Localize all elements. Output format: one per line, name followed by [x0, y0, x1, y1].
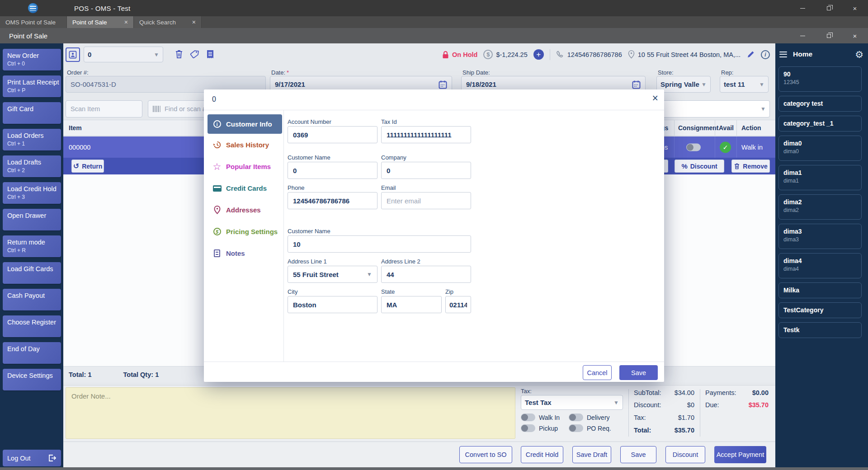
- modal-tab-addresses[interactable]: Addresses: [208, 204, 282, 216]
- order-note-textarea[interactable]: [66, 387, 515, 439]
- email-input[interactable]: [381, 192, 471, 209]
- tab-quick-search[interactable]: Quick Search ×: [134, 16, 202, 28]
- inner-close-button[interactable]: ×: [842, 28, 868, 43]
- consignment-toggle[interactable]: [686, 143, 701, 151]
- tax-id-input[interactable]: [381, 126, 471, 143]
- tab-close-icon[interactable]: ×: [116, 19, 128, 26]
- modal-cancel-button[interactable]: Cancel: [583, 365, 612, 380]
- po-req-toggle[interactable]: PO Req.: [569, 424, 611, 432]
- modal-tab-sales-history[interactable]: Sales History: [208, 139, 282, 151]
- customer-name-input[interactable]: [288, 162, 377, 179]
- sidebar-button-load-drafts[interactable]: Load Drafts Ctrl + 2: [3, 155, 61, 177]
- sidebar-button-cash-payout[interactable]: Cash Payout: [3, 289, 61, 310]
- sidebar-button-end-of-day[interactable]: End of Day: [3, 342, 61, 364]
- category-card[interactable]: dima3 dima3: [778, 224, 862, 249]
- modal-tab-pricing-settings[interactable]: $ Pricing Settings: [208, 226, 282, 238]
- tag-button[interactable]: [190, 50, 200, 59]
- modal-tab-credit-cards[interactable]: Credit Cards: [208, 182, 282, 194]
- category-card[interactable]: category test: [778, 96, 862, 112]
- account-number-input[interactable]: [288, 126, 377, 143]
- edit-customer-button[interactable]: [746, 50, 755, 59]
- sidebar-button-load-gift-cards[interactable]: Load Gift Cards: [3, 262, 61, 284]
- discount-row-button[interactable]: % Discount: [675, 160, 724, 173]
- state-input[interactable]: [381, 296, 442, 313]
- address-line2-input[interactable]: [381, 266, 471, 283]
- add-balance-button[interactable]: +: [533, 49, 544, 60]
- hamburger-menu-icon[interactable]: [779, 52, 787, 57]
- gear-icon[interactable]: ⚙: [855, 50, 863, 59]
- calendar-icon[interactable]: [632, 80, 641, 89]
- customer-name2-input[interactable]: [288, 235, 471, 253]
- phone-input[interactable]: [288, 192, 377, 209]
- convert-to-so-button[interactable]: Convert to SO: [459, 446, 512, 463]
- save-draft-button[interactable]: Save Draft: [572, 446, 611, 463]
- category-card[interactable]: dima2 dima2: [778, 194, 862, 220]
- category-card[interactable]: dima1 dima1: [778, 165, 862, 190]
- category-card[interactable]: category_test _1: [778, 116, 862, 132]
- company-input[interactable]: [381, 162, 471, 179]
- category-card[interactable]: Milka: [778, 282, 862, 298]
- category-card[interactable]: dima4 dima4: [778, 253, 862, 278]
- inner-minimize-button[interactable]: [789, 28, 816, 43]
- delivery-toggle[interactable]: Delivery: [569, 414, 610, 421]
- delete-order-button[interactable]: [175, 49, 184, 59]
- column-header-avail: Avail: [719, 124, 734, 132]
- address-line2-label: Address Line 2: [381, 258, 420, 265]
- modal-tab-popular-items[interactable]: ☆ Popular Items: [208, 160, 282, 173]
- logout-button[interactable]: Log Out: [3, 450, 61, 466]
- accept-payment-button[interactable]: Accept Payment: [714, 446, 766, 463]
- sidebar-button-return-mode[interactable]: Return mode Ctrl + R: [3, 235, 61, 257]
- modal-tab-notes[interactable]: Notes: [208, 247, 282, 259]
- return-icon: ↺: [73, 162, 79, 170]
- return-button[interactable]: ↺ Return: [71, 160, 104, 173]
- customer-card-button[interactable]: [66, 47, 80, 62]
- category-card[interactable]: dima0 dima0: [778, 136, 862, 161]
- sidebar-button-gift-card[interactable]: Gift Card: [3, 102, 61, 124]
- sidebar-button-load-credit-hold[interactable]: Load Credit Hold Ctrl + 3: [3, 182, 61, 204]
- tab-point-of-sale[interactable]: Point of Sale ×: [67, 16, 134, 28]
- category-card[interactable]: TestCategory: [778, 302, 862, 318]
- scan-item-input[interactable]: [66, 100, 142, 118]
- tax-select[interactable]: Test Tax ▼: [521, 395, 623, 410]
- category-card[interactable]: 90 12345: [778, 66, 862, 92]
- window-restore-button[interactable]: [816, 0, 842, 16]
- sidebar-button-device-settings[interactable]: Device Settings: [3, 369, 61, 390]
- location-pin-icon: [628, 50, 635, 59]
- customer-select[interactable]: 0 ▼: [84, 47, 163, 62]
- category-card[interactable]: Testk: [778, 322, 862, 338]
- modal-tab-customer-info[interactable]: i Customer Info: [208, 114, 282, 134]
- walk-in-toggle[interactable]: Walk In: [521, 414, 560, 421]
- credit-hold-button[interactable]: Credit Hold: [521, 446, 563, 463]
- total-count: Total: 1: [69, 371, 92, 378]
- inner-restore-button[interactable]: [816, 28, 842, 43]
- tab-close-icon[interactable]: ×: [184, 19, 196, 26]
- customer-edit-modal: 0 × i Customer Info Sales History ☆: [204, 89, 664, 382]
- sidebar-button-print-last-receipt[interactable]: Print Last Receipt Ctrl + P: [3, 75, 61, 97]
- address-line1-select[interactable]: 55 Fruit Street ▼: [288, 266, 377, 283]
- store-select[interactable]: Spring Valle ▼: [656, 76, 711, 93]
- window-close-button[interactable]: ×: [842, 0, 868, 16]
- discount-button[interactable]: Discount: [665, 446, 705, 463]
- order-status-bar: On Hold $ $-1,224.25 + 124546786786786: [442, 47, 770, 62]
- sidebar-button-choose-register[interactable]: Choose Register: [3, 315, 61, 337]
- zip-input[interactable]: [445, 296, 471, 313]
- rep-select[interactable]: test 11 ▼: [720, 76, 769, 93]
- sidebar-button-load-orders[interactable]: Load Orders Ctrl + 1: [3, 129, 61, 150]
- tab-oms-point-of-sale[interactable]: OMS Point of Sale: [0, 16, 67, 28]
- window-minimize-button[interactable]: [789, 0, 816, 16]
- dollar-circle-icon: $: [483, 50, 493, 59]
- save-order-button[interactable]: Save: [620, 446, 656, 463]
- remove-row-button[interactable]: Remove: [731, 160, 770, 173]
- calendar-icon[interactable]: [439, 80, 447, 89]
- city-input[interactable]: [288, 296, 377, 313]
- receipt-button[interactable]: [206, 49, 215, 59]
- sidebar-button-open-drawer[interactable]: Open Drawer: [3, 209, 61, 230]
- pickup-toggle[interactable]: Pickup: [521, 424, 558, 432]
- column-header-action: Action: [741, 124, 761, 132]
- sidebar-button-new-order[interactable]: New Order Ctrl + 0: [3, 49, 61, 70]
- modal-save-button[interactable]: Save: [619, 365, 658, 380]
- info-icon[interactable]: i: [761, 50, 770, 59]
- note-icon: [214, 249, 220, 257]
- modal-close-icon[interactable]: ×: [652, 93, 658, 103]
- category-panel-title: Home: [793, 50, 812, 58]
